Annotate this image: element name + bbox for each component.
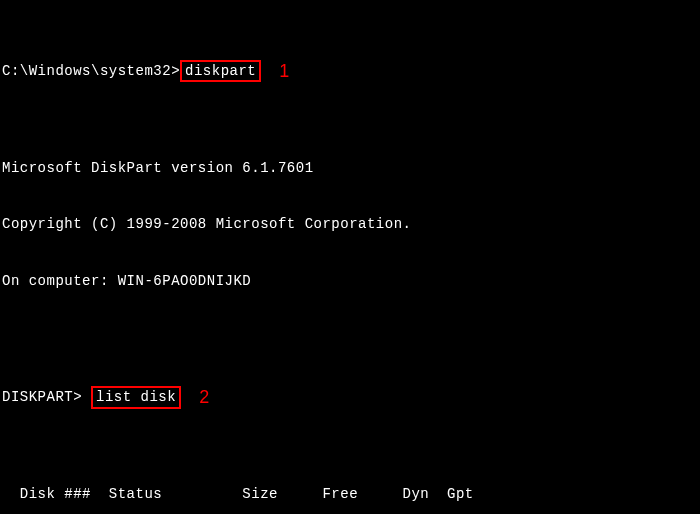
- cmd-list-disk: list disk: [91, 386, 181, 409]
- diskpart-prompt: DISKPART>: [2, 389, 91, 405]
- computer-line: On computer: WIN-6PAO0DNIJKD: [2, 272, 698, 291]
- system32-path: C:\Windows\system32>: [2, 63, 180, 79]
- cmd-line-2: DISKPART> list disk2: [2, 385, 698, 409]
- terminal-area[interactable]: C:\Windows\system32>diskpart1 Microsoft …: [0, 0, 700, 514]
- cmd-line-1: C:\Windows\system32>diskpart1: [2, 59, 698, 83]
- copyright-line: Copyright (C) 1999-2008 Microsoft Corpor…: [2, 215, 698, 234]
- callout-2: 2: [199, 385, 210, 409]
- disk-header: Disk ### Status Size Free Dyn Gpt: [2, 485, 698, 504]
- cmd-diskpart: diskpart: [180, 60, 261, 83]
- version-line: Microsoft DiskPart version 6.1.7601: [2, 159, 698, 178]
- callout-1: 1: [279, 59, 290, 83]
